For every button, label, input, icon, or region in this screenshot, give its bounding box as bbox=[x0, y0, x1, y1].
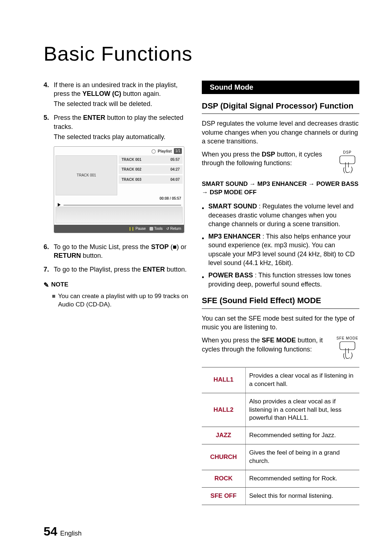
bullet-icon bbox=[202, 232, 205, 267]
yellow-c-label: YELLOW (C) bbox=[82, 90, 121, 97]
sfe-val: Gives the feel of being in a grand churc… bbox=[245, 444, 359, 470]
step-5: 5. Press the ENTER button to play the se… bbox=[44, 113, 189, 141]
sfe-key: HALL1 bbox=[202, 367, 245, 393]
return-label: RETURN bbox=[54, 252, 81, 259]
playlist-row: TRACK 00204:27 bbox=[119, 165, 183, 174]
sfe-desc: You can set the SFE mode best suited for… bbox=[202, 314, 359, 332]
step-num: 6. bbox=[44, 243, 54, 260]
step-sub: The selected tracks play automatically. bbox=[54, 133, 189, 141]
sfe-val: Recommended setting for Rock. bbox=[245, 470, 359, 488]
rule bbox=[202, 308, 359, 309]
page-title: Basic Functions bbox=[44, 40, 359, 68]
rule bbox=[202, 113, 359, 114]
return-footer: ↺Return bbox=[166, 226, 181, 231]
note-label: NOTE bbox=[51, 281, 68, 289]
pause-footer: ❙❙Pause bbox=[128, 226, 146, 231]
dsp-bullet: MP3 ENHANCER : This also helps enhance y… bbox=[202, 232, 359, 267]
text: button. bbox=[165, 266, 187, 273]
tools-label: Tools bbox=[154, 226, 163, 231]
track-duration: 04:07 bbox=[170, 177, 180, 182]
dsp-heading: DSP (Digital Signal Processor) Function bbox=[202, 101, 359, 111]
bullet-icon bbox=[202, 202, 205, 228]
sfe-key: ROCK bbox=[202, 470, 245, 488]
progress-bar bbox=[64, 205, 181, 206]
page-footer: 54 English bbox=[44, 523, 359, 537]
sfe-key: CHURCH bbox=[202, 444, 245, 470]
playlist-count: 1/1 bbox=[174, 148, 182, 154]
dsp-chain: SMART SOUND → MP3 ENHANCER → POWER BASS … bbox=[202, 180, 359, 197]
return-label: Return bbox=[170, 226, 181, 231]
sfe-val: Also provides a clear vocal as if listen… bbox=[245, 393, 359, 427]
playlist-row: TRACK 00304:07 bbox=[119, 175, 183, 184]
table-row: ROCKRecommended setting for Rock. bbox=[202, 470, 359, 488]
dsp-button-illustration: DSP bbox=[335, 150, 359, 175]
track-duration: 05:57 bbox=[170, 157, 180, 162]
dsp-btn-label: DSP bbox=[335, 150, 359, 155]
playlist-icon: ◯ bbox=[151, 149, 156, 154]
sfe-btn-label: SFE MODE bbox=[335, 336, 359, 341]
sfe-mode-label: SFE MODE bbox=[262, 337, 296, 344]
tools-footer: Tools bbox=[150, 226, 163, 231]
bullet-key: POWER BASS bbox=[208, 272, 253, 279]
step-6: 6. To go to the Music List, press the ST… bbox=[44, 243, 189, 260]
note-heading: ✎ NOTE bbox=[44, 281, 189, 289]
page-language: English bbox=[60, 529, 82, 537]
text: When you press the bbox=[202, 337, 262, 344]
enter-label: ENTER bbox=[143, 266, 165, 273]
text: To go to the Playlist, press the bbox=[54, 266, 143, 273]
note-icon: ✎ bbox=[44, 281, 49, 289]
sfe-val: Recommended setting for Jazz. bbox=[245, 427, 359, 444]
tools-icon bbox=[150, 227, 153, 231]
text: When you press the bbox=[202, 151, 262, 158]
playlist-screenshot: ◯ Playlist 1/1 TRACK 001 TRACK 00105:57 … bbox=[54, 146, 184, 233]
step-num: 4. bbox=[44, 81, 54, 109]
dsp-bullet: SMART SOUND : Regulates the volume level… bbox=[202, 202, 359, 228]
track-name: TRACK 002 bbox=[122, 167, 141, 172]
text: button. bbox=[81, 252, 103, 259]
dsp-label: DSP bbox=[262, 151, 275, 158]
bullet-key: MP3 ENHANCER bbox=[208, 233, 261, 240]
note-text: You can create a playlist with up to 99 … bbox=[58, 292, 189, 309]
sfe-heading: SFE (Sound Field Effect) MODE bbox=[202, 295, 359, 306]
svg-rect-0 bbox=[340, 156, 355, 164]
step-sub: The selected track will be deleted. bbox=[54, 99, 189, 108]
sfe-key: JAZZ bbox=[202, 427, 245, 444]
track-name: TRACK 001 bbox=[122, 157, 141, 162]
text: button again. bbox=[121, 90, 161, 97]
sfe-button-illustration: SFE MODE bbox=[335, 336, 359, 361]
note-item: You can create a playlist with up to 99 … bbox=[52, 292, 189, 309]
step-4: 4. If there is an undesired track in the… bbox=[44, 81, 189, 109]
text: (■) or bbox=[169, 243, 187, 251]
sfe-val: Provides a clear vocal as if listening i… bbox=[245, 367, 359, 393]
bullet-icon bbox=[202, 271, 205, 289]
bullet-icon bbox=[52, 295, 55, 298]
table-row: HALL2Also provides a clear vocal as if l… bbox=[202, 393, 359, 427]
sfe-val: Select this for normal listening. bbox=[245, 488, 359, 505]
pause-icon: ❙❙ bbox=[128, 226, 134, 231]
step-7: 7. To go to the Playlist, press the ENTE… bbox=[44, 265, 189, 274]
step-num: 7. bbox=[44, 265, 54, 274]
dsp-bullet: POWER BASS : This function stresses low … bbox=[202, 271, 359, 289]
svg-rect-1 bbox=[340, 342, 355, 350]
enter-label: ENTER bbox=[83, 114, 105, 121]
track-duration: 04:27 bbox=[170, 167, 180, 172]
playlist-row: TRACK 00105:57 bbox=[119, 155, 183, 164]
bullet-key: SMART SOUND bbox=[208, 203, 257, 210]
track-name: TRACK 003 bbox=[122, 177, 141, 182]
return-icon: ↺ bbox=[166, 226, 169, 231]
play-icon bbox=[58, 203, 61, 207]
playlist-time: 00:08 / 05:57 bbox=[54, 195, 184, 201]
table-row: SFE OFFSelect this for normal listening. bbox=[202, 488, 359, 505]
table-row: JAZZRecommended setting for Jazz. bbox=[202, 427, 359, 444]
text: Press the bbox=[54, 114, 83, 121]
table-row: HALL1Provides a clear vocal as if listen… bbox=[202, 367, 359, 393]
text: To go to the Music List, press the bbox=[54, 243, 151, 251]
pause-label: Pause bbox=[135, 226, 146, 231]
sfe-table: HALL1Provides a clear vocal as if listen… bbox=[202, 367, 359, 505]
playlist-label: Playlist bbox=[158, 149, 172, 154]
step-num: 5. bbox=[44, 113, 54, 141]
sound-mode-banner: Sound Mode bbox=[202, 81, 359, 94]
dsp-desc: DSP regulates the volume level and decre… bbox=[202, 119, 359, 146]
table-row: CHURCHGives the feel of being in a grand… bbox=[202, 444, 359, 470]
sfe-key: HALL2 bbox=[202, 393, 245, 427]
